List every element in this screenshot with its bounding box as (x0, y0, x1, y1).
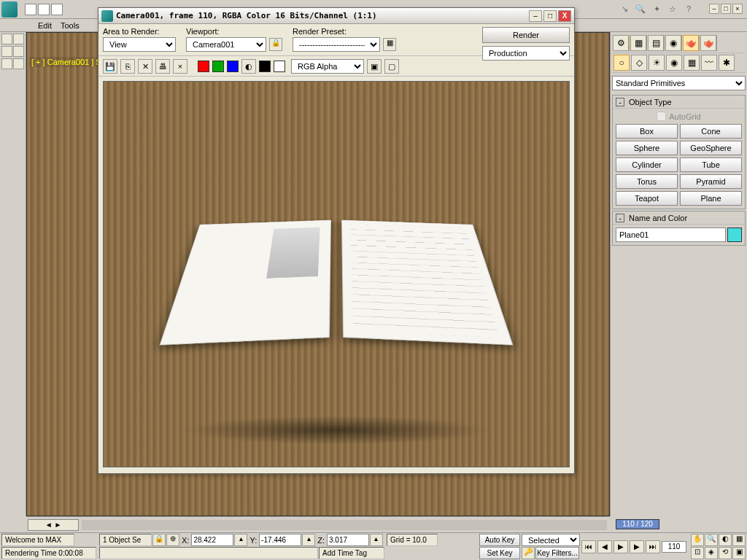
app-icon[interactable] (1, 1, 18, 18)
category-select[interactable]: Standard Primitives (612, 76, 746, 90)
clone-icon[interactable]: ✕ (138, 59, 152, 74)
lock-icon[interactable]: 🔒 (152, 534, 166, 546)
x-input[interactable] (191, 534, 233, 546)
production-select[interactable]: Production (482, 46, 570, 61)
copy-icon[interactable]: ⎘ (120, 59, 135, 74)
helpers-icon[interactable]: ▦ (684, 55, 700, 71)
z-input[interactable] (327, 534, 369, 546)
clear-icon[interactable]: × (173, 59, 187, 74)
menu-tools[interactable]: Tools (61, 21, 80, 30)
minimize-button[interactable]: – (709, 4, 719, 14)
channel-select[interactable]: RGB Alpha (291, 59, 364, 74)
rw-minimize-button[interactable]: – (529, 10, 542, 22)
teapot-button[interactable]: Teapot (616, 191, 678, 206)
rw-close-button[interactable]: X (558, 10, 571, 22)
green-channel-icon[interactable] (212, 61, 224, 72)
autogrid-checkbox[interactable] (657, 112, 666, 121)
sphere-button[interactable]: Sphere (616, 141, 678, 155)
close-button[interactable]: × (732, 4, 743, 14)
spinner-icon[interactable]: ▴ (370, 534, 383, 546)
area-render-select[interactable]: View (103, 37, 176, 52)
preset-select[interactable]: ------------------------- (293, 37, 380, 52)
nav-icon[interactable]: ⟲ (719, 547, 732, 559)
toggle2-icon[interactable]: ▢ (384, 59, 399, 74)
rw-maximize-button[interactable]: □ (543, 10, 557, 22)
prompt-line[interactable] (99, 547, 318, 559)
spacewarps-icon[interactable]: 〰 (701, 55, 717, 71)
nav-icon[interactable]: ◈ (705, 547, 718, 559)
object-type-header[interactable]: - Object Type (613, 96, 745, 109)
nav-icon[interactable]: ▦ (732, 534, 746, 546)
lights-icon[interactable]: ☀ (649, 55, 665, 71)
render-window-titlebar[interactable]: Camera001, frame 110, RGBA Color 16 Bits… (98, 8, 574, 24)
alpha-icon[interactable]: ◐ (241, 59, 256, 74)
key-icon[interactable]: 🔑 (522, 547, 535, 559)
wand-icon[interactable]: ✦ (651, 3, 662, 15)
name-color-header[interactable]: - Name and Color (613, 211, 745, 225)
blue-channel-icon[interactable] (227, 61, 239, 72)
geometry-icon[interactable]: ○ (614, 55, 630, 71)
goto-end-icon[interactable]: ⏭ (646, 540, 660, 553)
cylinder-button[interactable]: Cylinder (616, 158, 678, 172)
box-button[interactable]: Box (616, 124, 678, 139)
play-icon[interactable]: ▶ (614, 540, 628, 553)
print-icon[interactable]: 🖶 (155, 59, 170, 74)
preset-icon[interactable]: ▦ (383, 38, 396, 51)
red-channel-icon[interactable] (198, 61, 209, 72)
spinner-icon[interactable]: ▴ (302, 534, 315, 546)
goto-start-icon[interactable]: ⏮ (581, 540, 596, 553)
prev-frame-icon[interactable]: ◀ (597, 540, 612, 553)
menu-edit[interactable]: Edit (38, 21, 52, 30)
autokey-button[interactable]: Auto Key (479, 534, 520, 546)
frame-indicator[interactable]: 110 / 120 (616, 519, 659, 529)
collapse-icon[interactable]: - (616, 214, 624, 222)
toggle1-icon[interactable]: ▣ (367, 59, 382, 74)
tool-icon[interactable] (13, 34, 24, 44)
current-frame-input[interactable] (662, 541, 686, 553)
geosphere-button[interactable]: GeoSphere (680, 141, 742, 155)
nav-icon[interactable]: ⊡ (691, 547, 704, 559)
systems-icon[interactable]: ✱ (719, 55, 735, 71)
tool-icon[interactable] (13, 46, 24, 57)
spinner-icon[interactable]: ▴ (234, 534, 247, 546)
star-icon[interactable]: ☆ (667, 3, 678, 15)
save-icon[interactable] (51, 4, 63, 15)
cone-button[interactable]: Cone (680, 124, 742, 139)
cameras-icon[interactable]: ◉ (666, 55, 682, 71)
pyramid-button[interactable]: Pyramid (680, 174, 742, 189)
render-icon[interactable]: ▤ (648, 35, 664, 51)
shapes-icon[interactable]: ◇ (631, 55, 647, 71)
arrow-icon[interactable]: ↘ (619, 3, 630, 15)
search-icon[interactable]: 🔍 (635, 3, 646, 15)
zoom-icon[interactable]: 🔍 (705, 534, 718, 546)
collapse-icon[interactable]: - (616, 98, 624, 106)
time-slider-handle[interactable]: ◄ ► (28, 519, 79, 531)
torus-button[interactable]: Torus (616, 174, 678, 189)
teapot-render-icon[interactable]: 🫖 (683, 35, 699, 51)
render-button[interactable]: Render (482, 27, 570, 43)
tube-button[interactable]: Tube (680, 158, 742, 172)
keyfilters-button[interactable]: Key Filters... (535, 547, 579, 559)
y-input[interactable] (259, 534, 301, 546)
keymode-select[interactable]: Selected (522, 534, 580, 546)
new-icon[interactable] (25, 4, 36, 15)
orbit-icon[interactable]: ◐ (719, 534, 732, 546)
open-icon[interactable] (38, 4, 50, 15)
tool-icon[interactable] (13, 58, 24, 69)
teapot-icon[interactable]: 🫖 (700, 35, 716, 51)
viewport-select[interactable]: Camera001 (186, 37, 266, 52)
maximize-viewport-icon[interactable]: ▣ (732, 547, 746, 559)
plane-button[interactable]: Plane (680, 191, 742, 206)
material-icon[interactable]: ◉ (665, 35, 681, 51)
mono-icon[interactable] (259, 61, 271, 72)
tool-icon[interactable] (1, 46, 12, 57)
next-frame-icon[interactable]: ▶ (630, 540, 644, 553)
object-name-input[interactable] (616, 228, 726, 242)
help-icon[interactable]: ? (683, 3, 694, 15)
tool-icon[interactable] (1, 58, 12, 69)
save-image-icon[interactable]: 💾 (103, 59, 117, 74)
add-time-tag[interactable]: Add Time Tag (319, 547, 384, 559)
select-tool[interactable] (1, 34, 12, 44)
time-track[interactable] (82, 520, 607, 530)
coord-mode-icon[interactable]: ⊕ (166, 534, 179, 546)
